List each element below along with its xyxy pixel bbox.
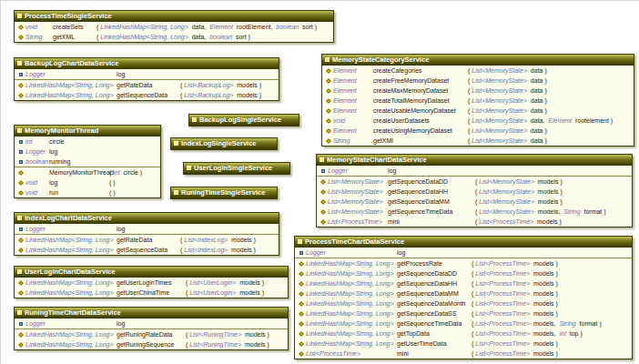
method-row[interactable]: LinkedHashMap<String, Long> getRuningRat… bbox=[15, 329, 288, 339]
class-box-user-login-single-service[interactable]: UserLoginSingleService bbox=[183, 162, 290, 175]
class-title-bar[interactable]: MemoryStateCategoryService bbox=[322, 55, 634, 66]
method-icon bbox=[18, 342, 24, 348]
member-type: Element bbox=[333, 77, 373, 84]
class-title-bar[interactable]: BackupLogChartDataService bbox=[15, 58, 279, 69]
method-row[interactable]: LinkedHashMap<String, Long> getRateData … bbox=[15, 80, 279, 90]
method-row[interactable]: List<MemoryState> getSequenceDataDD ( Li… bbox=[317, 177, 632, 187]
class-title-bar[interactable]: MemoryMonitorThread bbox=[15, 126, 160, 136]
method-row[interactable]: void createSets ( LinkedHashMap<String, … bbox=[15, 22, 333, 32]
class-box-process-time-chart-data-service[interactable]: ProcessTimeChartDataService Logger log L… bbox=[294, 236, 633, 359]
method-icon bbox=[18, 25, 24, 30]
method-row[interactable]: Element createUsingMemoryDataset ( List<… bbox=[322, 126, 634, 136]
method-row[interactable]: LinkedHashMap<String, Long> getSequenceD… bbox=[15, 90, 279, 100]
method-row[interactable]: Element createMaxMemoryDataset ( List<Me… bbox=[322, 86, 634, 96]
class-title-bar[interactable]: BackupLogSingleService bbox=[189, 115, 299, 126]
method-icon bbox=[299, 341, 304, 347]
method-row[interactable]: Element createFreeMemoryDataset ( List<M… bbox=[322, 76, 634, 86]
member-type: LinkedHashMap<String, Long> bbox=[25, 237, 117, 243]
method-row[interactable]: String getXMl ( List<MemoryState> data ) bbox=[322, 136, 634, 146]
member-name: getProcessRate bbox=[397, 260, 472, 267]
method-icon bbox=[18, 35, 24, 40]
class-title-bar[interactable]: MemoryStateChartDataService bbox=[317, 155, 632, 166]
method-row[interactable]: Element createTotalMemoryDataset ( List<… bbox=[322, 96, 634, 106]
class-icon bbox=[174, 190, 178, 195]
method-row[interactable]: void createUserDatasets ( List<MemorySta… bbox=[322, 116, 634, 126]
method-row[interactable]: void log ( ) bbox=[15, 177, 160, 187]
method-icon bbox=[299, 261, 304, 267]
attribute-icon bbox=[19, 150, 23, 154]
class-title: MemoryMonitorThread bbox=[25, 126, 98, 135]
class-title-bar[interactable]: UserLoginSingleService bbox=[184, 163, 289, 174]
member-name: getRuningRateData bbox=[117, 331, 186, 338]
class-box-backup-log-single-service[interactable]: BackupLogSingleService bbox=[188, 114, 299, 126]
param-type: boolean bbox=[209, 34, 232, 40]
attributes-compartment: Logger log bbox=[15, 318, 288, 329]
member-name: getSequenceDataDD bbox=[397, 270, 472, 277]
member-params: ( List<ProcessTime> models ) bbox=[472, 350, 632, 357]
method-row[interactable]: Element createCategories ( List<MemorySt… bbox=[322, 66, 634, 76]
class-title: RuningTimeChartDataService bbox=[25, 308, 121, 317]
param-type: boolean bbox=[276, 24, 299, 30]
method-row[interactable]: List<MemoryState> getSequenceDataHH ( Li… bbox=[317, 187, 632, 197]
method-row[interactable]: LinkedHashMap<String, Long> getSequenceD… bbox=[295, 278, 632, 288]
method-row[interactable]: LinkedHashMap<String, Long> getUserTimeD… bbox=[295, 339, 632, 349]
member-type: Logger bbox=[25, 226, 117, 232]
class-icon bbox=[320, 157, 324, 162]
method-row[interactable]: LinkedHashMap<String, Long> getSequenceD… bbox=[295, 268, 632, 278]
class-box-runing-time-single-service[interactable]: RuningTimeSingleService bbox=[170, 187, 278, 199]
member-name: getSequenceTimeData bbox=[388, 208, 475, 215]
method-row[interactable]: LinkedHashMap<String, Long> getRateData … bbox=[15, 235, 279, 245]
attribute-row[interactable]: Logger log bbox=[15, 318, 288, 329]
method-row[interactable]: String getXML ( LinkedHashMap<String, Lo… bbox=[15, 32, 333, 42]
method-row[interactable]: void run ( ) bbox=[15, 187, 160, 197]
method-row[interactable]: List<MemoryState> getSequenceDataMM ( Li… bbox=[317, 197, 632, 207]
attribute-row[interactable]: Logger log bbox=[15, 224, 279, 234]
param-type: List<ProcessTime> bbox=[475, 340, 530, 347]
method-row[interactable]: LinkedHashMap<String, Long> getTopData (… bbox=[295, 329, 632, 339]
method-row[interactable]: MemoryMonitorThread ( int circle ) bbox=[15, 167, 160, 177]
class-box-runing-time-chart-data-service[interactable]: RuningTimeChartDataService Logger log Li… bbox=[14, 307, 289, 350]
class-box-user-login-chart-data-service[interactable]: UserLoginChartDataService LinkedHashMap<… bbox=[14, 266, 289, 298]
member-type: Logger bbox=[25, 148, 49, 155]
method-row[interactable]: List<ProcessTime> mini ( List<ProcessTim… bbox=[295, 349, 632, 359]
class-box-memory-state-category-service[interactable]: MemoryStateCategoryService Element creat… bbox=[321, 54, 634, 147]
class-title-bar[interactable]: RuningTimeChartDataService bbox=[15, 308, 288, 318]
class-box-memory-monitor-thread[interactable]: MemoryMonitorThread int circle Logger lo… bbox=[14, 125, 161, 198]
method-row[interactable]: LinkedHashMap<String, Long> getSequenceD… bbox=[295, 308, 632, 318]
attribute-row[interactable]: boolean running bbox=[15, 157, 160, 167]
method-row[interactable]: List<MemoryState> getSequenceTimeData ( … bbox=[317, 207, 632, 217]
method-row[interactable]: LinkedHashMap<String, Long> getSequenceD… bbox=[15, 245, 279, 255]
method-row[interactable]: LinkedHashMap<String, Long> getUserChina… bbox=[15, 288, 288, 298]
class-box-backup-log-chart-data-service[interactable]: BackupLogChartDataService Logger log Lin… bbox=[14, 57, 279, 101]
attribute-row[interactable]: Logger log bbox=[15, 147, 160, 157]
class-box-index-log-single-service[interactable]: IndexLogSingleService bbox=[170, 137, 278, 150]
method-icon bbox=[18, 93, 24, 98]
class-title-bar[interactable]: IndexLogSingleService bbox=[171, 138, 277, 149]
attributes-compartment: Logger log bbox=[15, 69, 279, 80]
class-box-process-time-single-service[interactable]: ProcessTimeSingleService void createSets… bbox=[14, 10, 334, 43]
member-params: ( List<ProcessTime> models ) bbox=[472, 270, 632, 277]
method-row[interactable]: LinkedHashMap<String, Long> getSequenceD… bbox=[295, 298, 632, 308]
method-row[interactable]: LinkedHashMap<String, Long> getSequenceD… bbox=[295, 288, 632, 298]
attribute-row[interactable]: Logger log bbox=[15, 69, 279, 79]
member-name: createCategories bbox=[373, 67, 468, 74]
attribute-row[interactable]: Logger log bbox=[295, 248, 632, 258]
class-box-memory-state-chart-data-service[interactable]: MemoryStateChartDataService Logger log L… bbox=[316, 154, 633, 228]
method-row[interactable]: LinkedHashMap<String, Long> getRuningSeq… bbox=[15, 339, 288, 349]
member-params: ( List<IndexLog> models ) bbox=[180, 247, 279, 253]
method-row[interactable]: Element createUsableMemoryDataset ( List… bbox=[322, 106, 634, 116]
class-title-bar[interactable]: ProcessTimeSingleService bbox=[15, 11, 333, 22]
class-title-bar[interactable]: RuningTimeSingleService bbox=[171, 187, 277, 198]
method-row[interactable]: LinkedHashMap<String, Long> getProcessRa… bbox=[295, 258, 632, 268]
attribute-row[interactable]: int circle bbox=[15, 136, 160, 147]
method-row[interactable]: List<ProcessTime> mini ( List<ProcessTim… bbox=[317, 217, 632, 227]
method-row[interactable]: LinkedHashMap<String, Long> getUserLogin… bbox=[15, 278, 288, 288]
class-title-bar[interactable]: ProcessTimeChartDataService bbox=[295, 237, 632, 248]
attribute-row[interactable]: Logger log bbox=[317, 166, 632, 176]
method-row[interactable]: LinkedHashMap<String, Long> getSequenceT… bbox=[295, 318, 632, 329]
class-title-bar[interactable]: IndexLogChartDataService bbox=[15, 213, 279, 224]
class-title-bar[interactable]: UserLoginChartDataService bbox=[15, 267, 288, 278]
member-name: createUsableMemoryDataset bbox=[373, 107, 468, 114]
class-box-index-log-chart-data-service[interactable]: IndexLogChartDataService Logger log Link… bbox=[14, 212, 279, 256]
attributes-compartment: Logger log bbox=[295, 248, 632, 258]
